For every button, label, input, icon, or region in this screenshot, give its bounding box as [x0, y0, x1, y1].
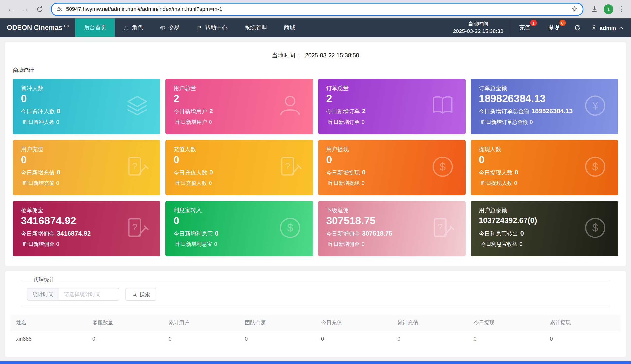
refresh-icon[interactable]: [568, 24, 587, 31]
agent-table-header: 累计充值: [392, 314, 468, 331]
agent-table-cell: 0: [163, 331, 239, 347]
flag-icon: [196, 24, 202, 30]
agent-table: 姓名客服数量累计用户团队余额今日充值累计充值今日提现累计提现 xin888000…: [10, 314, 620, 347]
svg-text:?: ?: [438, 222, 443, 232]
recharge-badge: 1: [530, 20, 537, 26]
agent-table-cell: 0: [87, 331, 163, 347]
stat-card-利息宝转入: 利息宝转入0今日新增利息宝0昨日新增利息宝0$: [165, 201, 313, 256]
address-bar[interactable]: 50947.hwymw.net/admin.html#/admin/index/…: [51, 3, 584, 16]
stats-panel: 当地时间： 2025-03-22 15:38:50 商城统计 首冲人数0今日首冲…: [5, 42, 626, 266]
dollar-icon: $: [582, 154, 608, 182]
nav-item-label: 后台首页: [84, 24, 106, 31]
svg-text:¥: ¥: [592, 100, 598, 112]
search-button[interactable]: 搜索: [125, 288, 156, 301]
edit-doc-icon: ?: [124, 214, 151, 243]
viewport: ← → 50947.hwymw.net/admin.html#/admin/in…: [0, 0, 631, 364]
recharge-label: 充值: [519, 24, 530, 31]
dollar-icon: $: [582, 214, 608, 243]
agent-table-header: 客服数量: [87, 314, 163, 331]
agent-fieldset: 代理统计 统计时间 搜索: [21, 276, 610, 308]
stat-time-group: 统计时间: [27, 288, 119, 301]
layers-icon: [124, 92, 151, 120]
stat-cards: 首冲人数0今日首冲人数0昨日首冲人数0用户总量2今日新增用户2昨日新增用户0订单…: [13, 79, 618, 256]
stat-card-title: 用户提现: [326, 146, 458, 153]
back-icon[interactable]: ←: [4, 2, 18, 16]
agent-table-cell: 0: [544, 331, 620, 347]
agent-panel: 代理统计 统计时间 搜索 姓名客服数量累计用户团队余额今日充值累计充值今日提现累…: [5, 271, 626, 357]
nav-item-label: 帮助中心: [205, 24, 228, 31]
scale-icon: [160, 24, 166, 30]
agent-filter-row: 统计时间 搜索: [27, 288, 604, 301]
book-icon: [429, 92, 456, 120]
browser-menu-icon[interactable]: ⋮: [616, 5, 627, 13]
svg-text:?: ?: [132, 161, 137, 171]
agent-table-cell: 0: [468, 331, 544, 347]
nav-item-后台首页[interactable]: 后台首页: [75, 18, 115, 37]
admin-username: admin: [599, 24, 616, 31]
agent-table-cell: 0: [392, 331, 468, 347]
brand-name: ODEON Cinemas: [7, 24, 62, 32]
edit-doc-icon: ?: [429, 214, 456, 243]
bookmark-star-icon[interactable]: [571, 6, 578, 12]
stat-card-title: 首冲人数: [21, 85, 152, 92]
app-navbar: ODEON Cinemas 1.0 后台首页角色交易帮助中心系统管理商城 当地时…: [0, 18, 631, 37]
stat-card-下级返佣: 下级返佣307518.75今日新增佣金307518.75昨日新增佣金0?: [318, 201, 466, 256]
agent-legend: 代理统计: [30, 276, 57, 283]
user-icon: [277, 92, 303, 120]
agent-table-cell: 0: [239, 331, 315, 347]
nav-items: 后台首页角色交易帮助中心系统管理商城: [75, 18, 304, 37]
local-time-label: 当地时间: [453, 20, 503, 28]
svg-text:$: $: [592, 222, 598, 234]
yen-icon: ¥: [582, 92, 608, 120]
stat-card-充值人数: 充值人数0今日充值人数0昨日充值人数0?: [165, 140, 313, 195]
page-local-time: 当地时间： 2025-03-22 15:38:50: [13, 49, 618, 60]
svg-text:$: $: [440, 161, 445, 173]
agent-table-head-row: 姓名客服数量累计用户团队余额今日充值累计充值今日提现累计提现: [10, 314, 620, 331]
stat-card-title: 抢单佣金: [21, 207, 152, 214]
page-time-label: 当地时间：: [272, 52, 301, 58]
reload-icon[interactable]: [33, 2, 47, 16]
stat-time-input[interactable]: [59, 288, 119, 301]
svg-text:$: $: [592, 161, 598, 173]
navbar-right: 当地时间 2025-03-22 15:38:32 充值 1 提现 0 admin: [446, 18, 631, 37]
withdraw-button[interactable]: 提现 0: [539, 18, 568, 37]
nav-item-交易[interactable]: 交易: [152, 18, 188, 37]
main-page: 当地时间： 2025-03-22 15:38:50 商城统计 首冲人数0今日首冲…: [0, 37, 631, 357]
bottom-bar: [0, 361, 631, 364]
forward-icon[interactable]: →: [19, 2, 32, 16]
browser-toolbar: ← → 50947.hwymw.net/admin.html#/admin/in…: [0, 0, 631, 18]
stat-card-用户总余额: 用户总余额103724392.67(0)今日利息宝转出0今日利息宝收益0$: [471, 201, 618, 256]
admin-menu[interactable]: admin: [587, 24, 631, 31]
nav-item-系统管理[interactable]: 系统管理: [236, 18, 275, 37]
stat-card-title: 用户充值: [21, 146, 152, 153]
nav-item-帮助中心[interactable]: 帮助中心: [188, 18, 236, 37]
local-time-value: 2025-03-22 15:38:32: [453, 27, 503, 35]
admin-user-icon: [590, 24, 597, 31]
stat-card-用户总量: 用户总量2今日新增用户2昨日新增用户0: [165, 79, 313, 134]
recharge-button[interactable]: 充值 1: [510, 18, 539, 37]
page-time-value: 2025-03-22 15:38:50: [305, 52, 359, 58]
local-time-block: 当地时间 2025-03-22 15:38:32: [446, 20, 510, 36]
stat-card-订单总金额: 订单总金额189826384.13今日新增订单总金额189826384.13昨日…: [471, 79, 618, 134]
url-text[interactable]: 50947.hwymw.net/admin.html#/admin/index/…: [66, 6, 568, 12]
nav-item-label: 角色: [132, 24, 143, 31]
download-icon[interactable]: [588, 2, 601, 16]
stat-card-title: 订单总金额: [479, 85, 610, 92]
stat-card-title: 用户总余额: [479, 207, 610, 214]
agent-table-header: 今日充值: [315, 314, 392, 331]
svg-text:?: ?: [132, 222, 137, 232]
svg-text:$: $: [287, 222, 293, 234]
nav-item-商城[interactable]: 商城: [275, 18, 303, 37]
stat-card-用户提现: 用户提现0今日新增提现0昨日新增提现0$: [318, 140, 466, 195]
nav-item-角色[interactable]: 角色: [115, 18, 152, 37]
profile-avatar[interactable]: 1: [604, 4, 613, 14]
nav-item-label: 商城: [284, 24, 295, 31]
edit-doc-icon: ?: [124, 154, 151, 182]
svg-text:?: ?: [285, 161, 290, 171]
site-settings-icon[interactable]: [57, 6, 63, 12]
dollar-icon: $: [429, 154, 456, 182]
edit-doc-icon: ?: [277, 154, 303, 182]
search-icon: [132, 292, 137, 297]
stat-card-title: 订单总量: [326, 85, 458, 92]
nav-item-label: 交易: [168, 24, 180, 31]
